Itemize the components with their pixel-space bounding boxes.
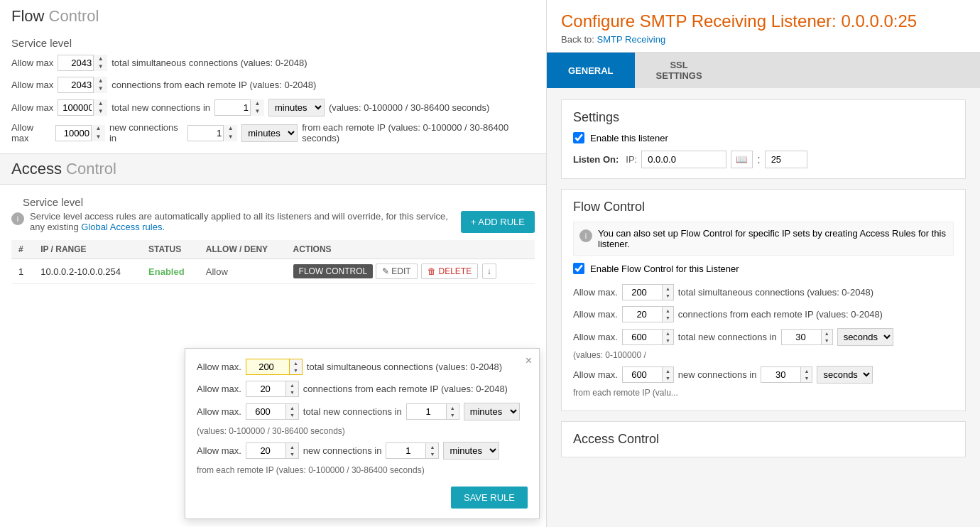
spin-down-1[interactable]: ▼ (94, 63, 107, 72)
port-input[interactable] (765, 151, 807, 168)
enable-listener-checkbox[interactable] (573, 132, 584, 143)
popup-spin-up-3[interactable]: ▲ (286, 404, 298, 412)
spin-up-3b[interactable]: ▲ (251, 99, 264, 108)
smtp-receiving-link[interactable]: SMTP Receiving (597, 34, 666, 45)
popup-spin-down-4b[interactable]: ▼ (426, 451, 438, 459)
popup-spin-4: ▲ ▼ (285, 443, 298, 458)
fc-input-3[interactable]: ▲ ▼ (622, 329, 674, 345)
popup-interval-3[interactable]: ▲ ▼ (406, 403, 459, 420)
popup-unit-3[interactable]: minutes seconds (464, 403, 520, 420)
fc-unit-3[interactable]: seconds minutes (837, 328, 893, 346)
add-rule-button[interactable]: + ADD RULE (461, 211, 535, 233)
spin-down-4[interactable]: ▼ (92, 133, 105, 141)
popup-spin-down-3[interactable]: ▼ (286, 412, 298, 420)
fc-up-2[interactable]: ▲ (663, 307, 673, 315)
popup-spin-down-3b[interactable]: ▼ (447, 412, 459, 420)
popup-value-4[interactable] (246, 443, 285, 458)
popup-spin-down-2[interactable]: ▼ (286, 389, 298, 397)
spin-up-4b[interactable]: ▲ (224, 125, 237, 134)
max-connections-input-4[interactable]: ▲ ▼ (55, 125, 105, 141)
spin-down-4b[interactable]: ▼ (224, 133, 237, 141)
popup-interval-4[interactable]: ▲ ▼ (386, 442, 439, 459)
tab-general[interactable]: GENERAL (547, 53, 635, 88)
fc-interval-value-3[interactable] (782, 330, 821, 344)
fc-input-2[interactable]: ▲ ▼ (622, 306, 674, 322)
fc-note-2: connections from each remote IP (values:… (678, 309, 883, 320)
enable-flow-checkbox[interactable] (573, 263, 584, 274)
enable-listener-row: Enable this listener (573, 132, 954, 143)
spin-up-4[interactable]: ▲ (92, 125, 105, 134)
flow-control-button[interactable]: FLOW CONTROL (293, 264, 374, 278)
edit-button[interactable]: ✎ EDIT (376, 264, 418, 279)
max-connections-input-3[interactable]: ▲ ▼ (58, 99, 107, 116)
popup-input-1[interactable]: ▲ ▼ (246, 359, 303, 375)
popup-spin-up-4b[interactable]: ▲ (426, 443, 438, 451)
flow-title-rest: Control (44, 7, 99, 25)
popup-spin-up-2[interactable]: ▲ (286, 381, 298, 389)
fc-down-4[interactable]: ▼ (663, 375, 673, 383)
popup-value-3[interactable] (246, 404, 285, 419)
popup-row-4: Allow max. ▲ ▼ new connections in ▲ ▼ mi… (197, 442, 528, 460)
popup-input-4[interactable]: ▲ ▼ (246, 442, 299, 459)
spin-down-3b[interactable]: ▼ (251, 108, 264, 116)
popup-spin-up-3b[interactable]: ▲ (447, 404, 459, 412)
fc-value-3[interactable] (623, 330, 662, 344)
popup-input-2[interactable]: ▲ ▼ (246, 381, 299, 397)
fc-input-4[interactable]: ▲ ▼ (622, 366, 674, 383)
fc-down-1[interactable]: ▼ (663, 293, 673, 300)
popup-spin-down-4[interactable]: ▼ (286, 451, 298, 459)
spin-down-2[interactable]: ▼ (94, 85, 107, 94)
global-access-link[interactable]: Global Access rules. (81, 222, 165, 232)
fc-value-1[interactable] (623, 285, 662, 300)
fc-up-3[interactable]: ▲ (663, 330, 673, 337)
popup-spin-up-4[interactable]: ▲ (286, 443, 298, 451)
fc-down-3[interactable]: ▼ (663, 337, 673, 345)
popup-value-1[interactable] (246, 359, 289, 374)
spin-up-3[interactable]: ▲ (94, 99, 107, 108)
save-rule-button[interactable]: SAVE RULE (451, 487, 528, 509)
unit-select-4[interactable]: minutes seconds (241, 124, 298, 142)
move-down-button[interactable]: ↓ (482, 264, 496, 279)
popup-note-1: total simultaneous connections (values: … (307, 362, 502, 372)
popup-interval-value-4[interactable] (386, 443, 425, 458)
fc-value-2[interactable] (623, 307, 662, 322)
ip-book-button[interactable]: 📖 (731, 151, 753, 168)
fc-interval-3[interactable]: ▲ ▼ (781, 329, 833, 345)
access-section: Access Control (561, 421, 966, 457)
popup-value-2[interactable] (246, 381, 285, 396)
fc-up-3b[interactable]: ▲ (822, 330, 832, 337)
max-connections-input-2[interactable]: ▲ ▼ (58, 77, 107, 93)
popup-spin-2: ▲ ▼ (285, 381, 298, 396)
fc-value-4[interactable] (623, 367, 662, 382)
ip-address-input[interactable] (641, 151, 726, 168)
fc-unit-4[interactable]: seconds minutes (817, 366, 873, 384)
fc-down-3b[interactable]: ▼ (822, 337, 832, 345)
fc-down-2[interactable]: ▼ (663, 315, 673, 322)
flow-control-header: Flow Control (0, 0, 546, 33)
fc-up-1[interactable]: ▲ (663, 285, 673, 293)
popup-input-3[interactable]: ▲ ▼ (246, 403, 299, 420)
fc-up-4[interactable]: ▲ (663, 367, 673, 375)
spin-up-1[interactable]: ▲ (94, 55, 107, 63)
popup-mid-label-4: new connections in (303, 445, 382, 456)
popup-unit-4[interactable]: minutes seconds (443, 442, 499, 460)
spin-down-3[interactable]: ▼ (94, 108, 107, 116)
interval-input-3[interactable]: ▲ ▼ (214, 99, 264, 116)
popup-spin-down-1[interactable]: ▼ (290, 367, 302, 375)
delete-button[interactable]: 🗑 DELETE (421, 264, 478, 279)
max-connections-input-1[interactable]: ▲ ▼ (58, 55, 107, 71)
popup-spin-up-1[interactable]: ▲ (290, 359, 302, 367)
fc-interval-4[interactable]: ▲ ▼ (761, 366, 812, 383)
fc-interval-value-4[interactable] (761, 367, 800, 382)
tab-ssl-settings[interactable]: SSLSETTINGS (635, 53, 724, 88)
fc-down-4b[interactable]: ▼ (801, 375, 812, 383)
fc-input-1[interactable]: ▲ ▼ (622, 284, 674, 300)
spin-up-2[interactable]: ▲ (94, 77, 107, 85)
interval-input-4[interactable]: ▲ ▼ (187, 125, 237, 141)
fc-up-4b[interactable]: ▲ (801, 367, 812, 375)
popup-interval-value-3[interactable] (407, 404, 446, 419)
enable-flow-label: Enable Flow Control for this Listener (590, 264, 739, 274)
flow-row-2: Allow max ▲ ▼ connections from each remo… (0, 74, 546, 96)
unit-select-3[interactable]: minutes seconds (268, 99, 325, 116)
popup-close-button[interactable]: × (526, 354, 532, 367)
